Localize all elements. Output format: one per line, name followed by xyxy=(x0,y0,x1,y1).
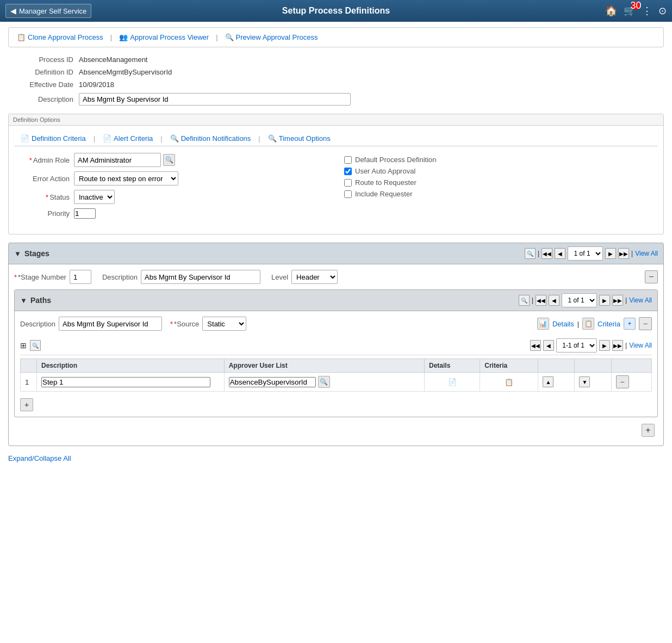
paths-collapse-icon[interactable]: ▼ xyxy=(20,296,27,305)
preview-approval-link[interactable]: 🔍 Preview Approval Process xyxy=(225,33,318,41)
stage-number-input[interactable] xyxy=(70,270,91,284)
steps-grid-icon: ⊞ xyxy=(20,341,27,350)
admin-role-search-button[interactable]: 🔍 xyxy=(163,154,175,166)
include-requester-checkbox[interactable] xyxy=(344,190,352,198)
path-description-label: Description xyxy=(20,320,55,328)
col-criteria: Criteria xyxy=(480,359,538,373)
stages-view-all-link[interactable]: View All xyxy=(635,250,658,257)
tab-timeout-options[interactable]: 🔍 Timeout Options xyxy=(262,131,337,146)
priority-input[interactable] xyxy=(74,208,96,219)
path-details-link[interactable]: Details xyxy=(552,320,574,328)
steps-last-button[interactable]: ▶▶ xyxy=(612,340,623,351)
step-remove-button[interactable]: − xyxy=(616,375,629,388)
step-up-cell: ▲ xyxy=(538,373,575,392)
status-row: Status Active Inactive xyxy=(14,190,328,204)
tab-def-criteria-icon: 📄 xyxy=(21,134,29,143)
definition-id-label: Definition ID xyxy=(8,68,79,76)
step-description-input[interactable] xyxy=(41,377,210,387)
table-row: 1 🔍 xyxy=(21,373,652,392)
error-action-row: Error Action Route to next step on error… xyxy=(14,171,328,186)
user-auto-approval-checkbox[interactable] xyxy=(344,168,352,175)
steps-nav-sep: | xyxy=(625,342,627,349)
process-id-value: AbsenceManagement xyxy=(79,55,147,64)
error-action-select[interactable]: Route to next step on error Return to re… xyxy=(74,171,178,186)
description-input[interactable] xyxy=(79,93,351,106)
approval-viewer-link[interactable]: 👥 Approval Process Viewer xyxy=(119,33,209,41)
effective-date-value: 10/09/2018 xyxy=(79,81,114,89)
stages-next-button[interactable]: ▶ xyxy=(605,248,616,259)
tab-definition-notifications[interactable]: 🔍 Definition Notifications xyxy=(164,131,258,146)
paths-header-left: ▼ Paths xyxy=(20,296,51,305)
expand-collapse-link[interactable]: Expand/Collapse All xyxy=(8,454,71,462)
path-remove-button[interactable]: − xyxy=(639,317,652,330)
stages-last-button[interactable]: ▶▶ xyxy=(618,248,629,259)
path-details-icon-btn[interactable]: 📊 xyxy=(537,318,549,330)
stages-search-button[interactable]: 🔍 xyxy=(525,248,536,259)
path-source-select[interactable]: Static Dynamic xyxy=(202,317,246,331)
route-to-requester-label: Route to Requester xyxy=(355,178,416,187)
path-criteria-icon-btn[interactable]: 📋 xyxy=(582,318,594,330)
steps-view-all-link[interactable]: View All xyxy=(629,342,652,349)
status-select[interactable]: Active Inactive xyxy=(74,190,115,204)
more-icon[interactable]: ⋮ xyxy=(642,5,652,17)
paths-first-button[interactable]: ◀◀ xyxy=(536,295,546,306)
path-row: Description *Source Static Dynamic 📊 xyxy=(20,317,652,331)
separator-2: | xyxy=(216,33,217,41)
stages-collapse-icon[interactable]: ▼ xyxy=(14,250,21,258)
stages-prev-button[interactable]: ◀ xyxy=(555,248,565,259)
paths-next-button[interactable]: ▶ xyxy=(599,295,610,306)
tab-alert-criteria[interactable]: 📄 Alert Criteria xyxy=(96,131,159,146)
steps-prev-button[interactable]: ◀ xyxy=(543,340,554,351)
definition-options-box: Definition Options 📄 Definition Criteria… xyxy=(8,114,664,234)
paths-prev-button[interactable]: ◀ xyxy=(549,295,559,306)
step-move-down-button[interactable]: ▼ xyxy=(579,376,590,387)
circle-icon[interactable]: ⊙ xyxy=(658,5,667,17)
stage-level-field: Level Header Line Schedule xyxy=(271,270,338,284)
step-details-cell[interactable]: 📄 xyxy=(425,373,480,392)
step-approver-input[interactable] xyxy=(229,377,316,387)
step-criteria-cell[interactable]: 📋 xyxy=(480,373,538,392)
stage-remove-button[interactable]: − xyxy=(645,270,658,283)
cart-container[interactable]: 🛒 30 xyxy=(624,5,636,17)
stage-remove-container: − xyxy=(645,270,658,283)
route-to-requester-checkbox[interactable] xyxy=(344,179,352,187)
stage-level-select[interactable]: Header Line Schedule xyxy=(291,270,338,284)
stages-body: *Stage Number Description Level Header L… xyxy=(9,264,663,446)
steps-page-select[interactable]: 1-1 of 1 xyxy=(556,338,597,353)
stage-description-input[interactable] xyxy=(141,270,260,284)
path-criteria-link[interactable]: Criteria xyxy=(598,320,620,328)
step-down-cell: ▼ xyxy=(575,373,611,392)
path-description-input[interactable] xyxy=(59,317,162,331)
process-id-row: Process ID AbsenceManagement xyxy=(8,55,664,64)
user-auto-approval-label: User Auto Approval xyxy=(355,167,415,175)
stage-number-field: *Stage Number xyxy=(14,270,91,284)
paths-search-button[interactable]: 🔍 xyxy=(519,295,530,306)
top-header: ◀ Manager Self Service Setup Process Def… xyxy=(0,0,672,22)
step-approver-search-button[interactable]: 🔍 xyxy=(318,376,330,388)
step-move-up-button[interactable]: ▲ xyxy=(543,376,553,387)
paths-view-all-link[interactable]: View All xyxy=(629,296,652,304)
paths-header: ▼ Paths 🔍 | ◀◀ ◀ 1 of 1 ▶ ▶▶ | xyxy=(15,290,657,311)
stages-page-select[interactable]: 1 of 1 xyxy=(568,246,603,261)
admin-role-input[interactable] xyxy=(74,153,161,167)
process-info-section: Process ID AbsenceManagement Definition … xyxy=(8,55,664,106)
home-icon[interactable]: 🏠 xyxy=(605,5,617,17)
stages-add-button[interactable]: + xyxy=(642,424,655,437)
default-process-checkbox[interactable] xyxy=(344,156,352,164)
stages-first-button[interactable]: ◀◀ xyxy=(542,248,552,259)
step-description-cell xyxy=(37,373,225,392)
tab-definition-criteria[interactable]: 📄 Definition Criteria xyxy=(14,131,92,146)
paths-last-button[interactable]: ▶▶ xyxy=(612,295,623,306)
clone-approval-link[interactable]: 📋 Clone Approval Process xyxy=(17,33,103,41)
steps-search-button[interactable]: 🔍 xyxy=(30,340,41,351)
paths-title: Paths xyxy=(30,296,51,305)
path-add-button[interactable]: + xyxy=(624,318,636,330)
description-label: Description xyxy=(8,95,79,103)
stages-section: ▼ Stages 🔍 | ◀◀ ◀ 1 of 1 ▶ ▶▶ | View All xyxy=(8,243,664,446)
steps-next-button[interactable]: ▶ xyxy=(599,340,610,351)
step-add-row-button[interactable]: + xyxy=(20,398,33,411)
steps-first-button[interactable]: ◀◀ xyxy=(530,340,541,351)
back-button[interactable]: ◀ Manager Self Service xyxy=(5,4,91,18)
admin-role-row: Admin Role 🔍 xyxy=(14,153,328,167)
paths-page-select[interactable]: 1 of 1 xyxy=(562,293,597,307)
